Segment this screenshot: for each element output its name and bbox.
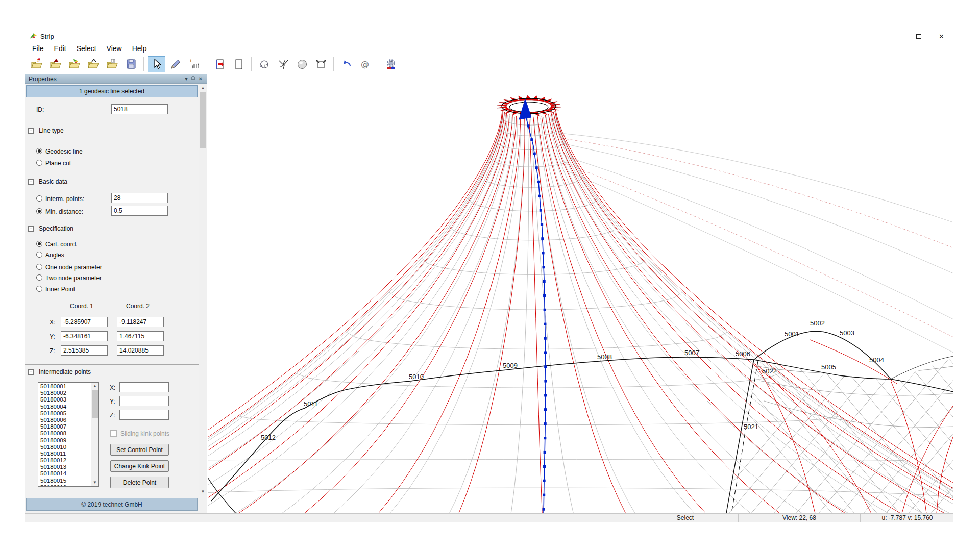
collapse-icon[interactable]: −: [28, 226, 34, 232]
list-item[interactable]: 50180010: [38, 444, 91, 450]
sliding-kink-checkbox[interactable]: [110, 430, 117, 437]
list-item[interactable]: 50180001: [38, 383, 91, 390]
scroll-down-icon[interactable]: ▼: [199, 488, 207, 495]
list-scrollbar[interactable]: ▲ ▼: [91, 383, 98, 486]
radio-one-node[interactable]: [36, 264, 42, 270]
panel-pin-icon[interactable]: [191, 76, 195, 82]
open-triangle-folder-button[interactable]: [46, 56, 64, 72]
list-item[interactable]: 50180007: [38, 423, 91, 430]
coord2-y-field[interactable]: [117, 331, 164, 341]
maximize-button[interactable]: [907, 30, 930, 42]
import-page-button[interactable]: [211, 56, 229, 72]
coord2-header: Coord. 2: [126, 303, 150, 310]
list-item[interactable]: 50180003: [38, 396, 91, 403]
panel-dropdown-icon[interactable]: ▾: [185, 76, 188, 82]
panel-header[interactable]: Properties ▾ ✕: [25, 74, 207, 84]
min-distance-field[interactable]: [111, 206, 168, 216]
list-item[interactable]: 50180014: [38, 470, 91, 477]
radio-two-node[interactable]: [36, 274, 42, 281]
radio-plane-cut[interactable]: [36, 160, 42, 166]
list-item[interactable]: 50180016: [38, 484, 91, 487]
scroll-down-icon[interactable]: ▼: [91, 479, 99, 486]
list-item[interactable]: 50180009: [38, 437, 91, 444]
rotate-hand-button[interactable]: [255, 56, 273, 72]
list-item[interactable]: 50180005: [38, 410, 91, 417]
menu-file[interactable]: File: [27, 43, 49, 54]
list-item[interactable]: 50180004: [38, 404, 91, 410]
sphere-view-button[interactable]: [293, 56, 311, 72]
menu-select[interactable]: Select: [71, 43, 102, 54]
list-item[interactable]: 50180012: [38, 457, 91, 464]
scroll-thumb[interactable]: [200, 92, 206, 148]
open-hash-folder-button[interactable]: #: [28, 56, 45, 72]
id-field[interactable]: [111, 104, 168, 114]
radio-inner-point[interactable]: [36, 286, 42, 292]
model-viewport[interactable]: 5012501150105009500850075006502250215005…: [208, 74, 953, 513]
radio-geodesic-line[interactable]: [36, 148, 42, 154]
open-roof-folder-button[interactable]: [84, 56, 102, 72]
change-kink-point-button[interactable]: Change Kink Point: [110, 460, 169, 472]
open-cage-folder-button[interactable]: [103, 56, 121, 72]
group-line-type[interactable]: −Line type: [28, 127, 64, 134]
line-label-5011: 5011: [304, 400, 318, 408]
delete-point-button[interactable]: Delete Point: [110, 477, 169, 488]
coord1-y-field[interactable]: [61, 331, 108, 341]
close-button[interactable]: ✕: [930, 30, 953, 42]
settings-gear-button[interactable]: [382, 56, 400, 72]
radio-interm-points[interactable]: [36, 195, 42, 202]
point-z-field[interactable]: [119, 410, 169, 420]
coord2-z-field[interactable]: [117, 345, 164, 356]
radio-cart-coord[interactable]: [36, 241, 42, 247]
list-item[interactable]: 50180015: [38, 478, 91, 484]
coord1-x-field[interactable]: [61, 317, 108, 327]
scroll-up-icon[interactable]: ▲: [199, 84, 207, 92]
group-specification[interactable]: −Specification: [28, 225, 74, 232]
collapse-icon[interactable]: −: [28, 369, 34, 375]
zoom-window-button[interactable]: [312, 56, 330, 72]
coord2-x-field[interactable]: [117, 317, 164, 327]
add-point-hand-button[interactable]: +: [185, 56, 203, 72]
scroll-thumb[interactable]: [92, 390, 98, 418]
cart-coord-label: Cart. coord.: [45, 241, 78, 248]
draw-pencil-button[interactable]: [166, 56, 184, 72]
menu-bar: FileEditSelectViewHelp: [25, 42, 953, 55]
list-item[interactable]: 50180008: [38, 430, 91, 437]
select-cursor-button[interactable]: [148, 56, 165, 72]
intermediate-points-list[interactable]: 5018000150180002501800035018000450180005…: [38, 382, 99, 487]
group-basic-data[interactable]: −Basic data: [28, 178, 67, 185]
group-intermediate-points[interactable]: −Intermediate points: [28, 368, 91, 375]
menu-view[interactable]: View: [102, 43, 127, 54]
list-item[interactable]: 50180011: [38, 450, 91, 457]
toolbar-separator: [333, 57, 334, 71]
point-y-field[interactable]: [119, 396, 169, 406]
minimize-button[interactable]: –: [884, 30, 907, 42]
redo-at-button[interactable]: @: [356, 56, 374, 72]
panel-scrollbar[interactable]: ▲ ▼: [199, 84, 207, 495]
radio-min-distance[interactable]: [36, 208, 42, 214]
menu-edit[interactable]: Edit: [49, 43, 71, 54]
menu-help[interactable]: Help: [127, 43, 152, 54]
svg-text:@: @: [361, 59, 369, 69]
collapse-icon[interactable]: −: [28, 179, 34, 185]
interm-points-field[interactable]: [111, 193, 168, 203]
list-item[interactable]: 50180013: [38, 464, 91, 470]
save-button[interactable]: [122, 56, 140, 72]
scroll-up-icon[interactable]: ▲: [91, 383, 99, 390]
page-icon: [233, 58, 245, 70]
coord1-z-field[interactable]: [61, 345, 108, 356]
page-button[interactable]: [230, 56, 248, 72]
open-strip-folder-button[interactable]: [65, 56, 83, 72]
collapse-icon[interactable]: −: [28, 128, 34, 134]
radio-angles[interactable]: [36, 252, 42, 258]
undo-button[interactable]: [337, 56, 355, 72]
panel-close-icon[interactable]: ✕: [199, 76, 203, 82]
list-item[interactable]: 50180002: [38, 390, 91, 396]
zoom-window-icon: [315, 58, 327, 70]
point-x-field[interactable]: [119, 382, 169, 392]
list-item[interactable]: 50180006: [38, 417, 91, 423]
properties-panel: Properties ▾ ✕ 1 geodesic line selected …: [25, 74, 207, 513]
set-control-point-button[interactable]: Set Control Point: [110, 444, 169, 456]
wireframe-drawing: 5012501150105009500850075006502250215005…: [208, 74, 953, 513]
refresh-burst-button[interactable]: [274, 56, 292, 72]
point-y-label: Y:: [110, 398, 115, 405]
